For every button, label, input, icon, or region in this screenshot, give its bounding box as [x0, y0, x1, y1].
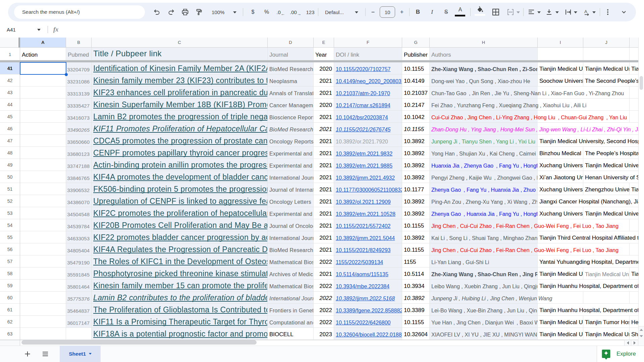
svg-text:A: A	[584, 9, 587, 14]
